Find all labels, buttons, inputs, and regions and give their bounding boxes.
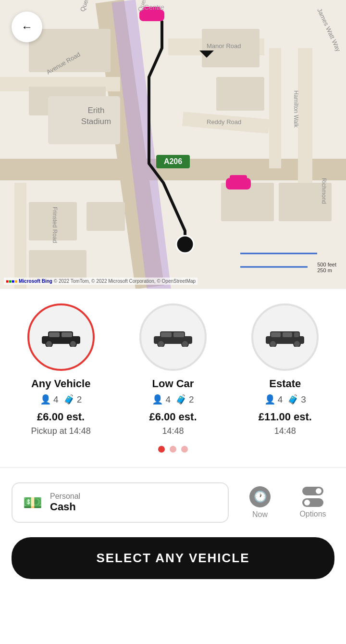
vehicle-price-any: £6.00 est. <box>37 411 85 423</box>
svg-text:Richmond: Richmond <box>321 178 327 204</box>
vehicle-time-estate: 14:48 <box>274 426 296 436</box>
svg-point-51 <box>158 341 164 347</box>
vehicle-icon-low[interactable] <box>139 303 207 371</box>
svg-text:Manor Road: Manor Road <box>207 42 241 50</box>
payment-text: Personal Cash <box>50 492 80 513</box>
person-icon-any: 👤 <box>40 394 51 405</box>
svg-rect-9 <box>29 29 111 72</box>
bag-icon-any: 🧳 <box>63 394 75 405</box>
svg-point-58 <box>294 341 300 347</box>
svg-rect-5 <box>298 48 312 192</box>
bag-icon-estate: 🧳 <box>287 394 299 405</box>
vehicle-card-any[interactable]: Any Vehicle 👤 4 🧳 2 £6.00 est. Pickup at… <box>13 303 109 436</box>
svg-point-23 <box>176 236 194 253</box>
vehicle-price-low: £6.00 est. <box>149 411 197 423</box>
divider <box>0 467 346 468</box>
svg-rect-17 <box>29 250 86 279</box>
svg-rect-53 <box>161 332 172 337</box>
vehicle-name-estate: Estate <box>269 378 301 390</box>
svg-point-45 <box>46 341 52 347</box>
vehicle-capacity-low: 👤 4 🧳 2 <box>152 394 194 405</box>
vehicle-time-low: 14:48 <box>162 426 184 436</box>
svg-rect-12 <box>216 77 264 111</box>
vehicle-capacity-any: 👤 4 🧳 2 <box>40 394 82 405</box>
now-button[interactable]: 🕐 Now <box>238 486 282 519</box>
svg-rect-27 <box>230 175 247 180</box>
svg-rect-60 <box>283 332 292 337</box>
svg-text:Stadium: Stadium <box>81 117 111 126</box>
person-icon-estate: 👤 <box>264 394 276 405</box>
bag-icon-low: 🧳 <box>175 394 187 405</box>
vehicle-card-estate[interactable]: Estate 👤 4 🧳 3 £11.00 est. 14:48 <box>237 303 333 436</box>
svg-rect-6 <box>269 48 281 168</box>
vehicle-name-low: Low Car <box>152 378 194 390</box>
svg-rect-59 <box>271 332 281 337</box>
vehicle-cards: Any Vehicle 👤 4 🧳 2 £6.00 est. Pickup at… <box>0 303 346 436</box>
dot-3[interactable] <box>181 446 188 453</box>
dot-2[interactable] <box>170 446 176 453</box>
vehicle-capacity-estate: 👤 4 🧳 3 <box>264 394 306 405</box>
carousel-dots <box>0 446 346 453</box>
svg-point-52 <box>182 341 188 347</box>
map-attribution: ■■■■ Microsoft Bing © 2022 TomTom, © 202… <box>4 278 198 285</box>
payment-label: Personal <box>50 492 80 501</box>
cash-icon: 💵 <box>23 493 42 512</box>
options-label: Options <box>299 510 326 518</box>
bing-logo: ■■■■ Microsoft Bing <box>6 278 54 284</box>
svg-text:Reddy Road: Reddy Road <box>207 118 241 126</box>
now-label: Now <box>252 510 268 519</box>
back-button[interactable]: ← <box>12 12 42 42</box>
back-icon: ← <box>21 20 33 34</box>
vehicle-time-any: Pickup at 14:48 <box>31 426 91 436</box>
options-button[interactable]: Options <box>291 487 334 518</box>
vehicle-price-estate: £11.00 est. <box>259 411 312 423</box>
svg-rect-47 <box>49 332 60 337</box>
svg-rect-61 <box>294 332 299 337</box>
select-vehicle-button[interactable]: SELECT ANY VEHICLE <box>12 537 334 579</box>
svg-text:Erith: Erith <box>88 106 105 115</box>
vehicle-icon-estate[interactable] <box>251 303 319 371</box>
payment-type: Cash <box>50 501 80 513</box>
vehicle-name-any: Any Vehicle <box>31 378 91 390</box>
clock-icon: 🕐 <box>249 486 271 507</box>
vehicle-section: Any Vehicle 👤 4 🧳 2 £6.00 est. Pickup at… <box>0 289 346 462</box>
svg-rect-8 <box>14 183 26 289</box>
map-scale: 500 feet 250 m <box>317 262 336 273</box>
dot-1[interactable] <box>158 446 165 453</box>
payment-method-card[interactable]: 💵 Personal Cash <box>12 482 229 523</box>
person-icon-low: 👤 <box>152 394 163 405</box>
svg-text:Centre: Centre <box>144 3 164 11</box>
svg-rect-48 <box>62 332 72 337</box>
svg-rect-54 <box>173 332 184 337</box>
map-view: A206 Queens Road Queens Road Avenue Road… <box>0 0 346 289</box>
svg-text:Frinsted Road: Frinsted Road <box>51 207 58 243</box>
svg-text:Hamilton Walk: Hamilton Walk <box>293 90 299 128</box>
vehicle-card-low[interactable]: Low Car 👤 4 🧳 2 £6.00 est. 14:48 <box>125 303 221 436</box>
svg-point-57 <box>270 341 276 347</box>
svg-rect-16 <box>86 202 125 231</box>
vehicle-icon-any[interactable] <box>27 303 95 371</box>
bottom-options: 💵 Personal Cash 🕐 Now Options <box>0 473 346 532</box>
svg-text:A206: A206 <box>164 157 182 165</box>
svg-point-46 <box>70 341 76 347</box>
